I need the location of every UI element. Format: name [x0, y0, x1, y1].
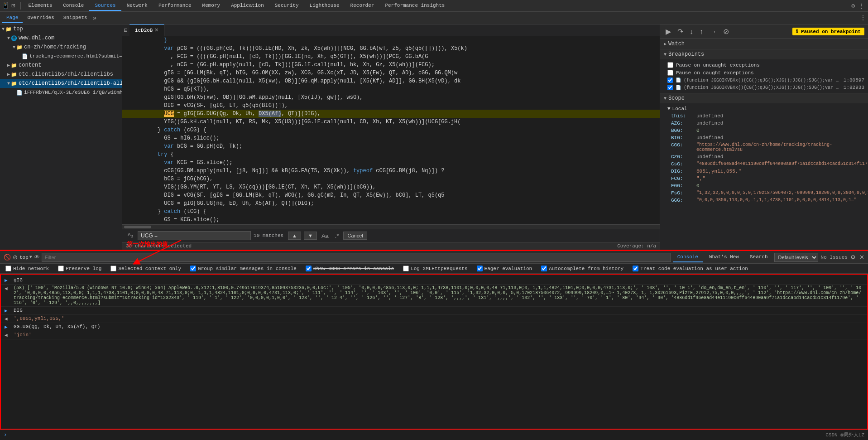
editor-tabs: ⊟ 1cD2oB × [122, 24, 660, 36]
code-editor-panel: ⊟ 1cD2oB × } var pCG = (((GG.pH(cD, Tk))… [122, 24, 660, 250]
device-icon[interactable]: 📱 [2, 2, 10, 10]
step-into-btn[interactable]: ↓ [688, 27, 695, 37]
cancel-search-btn[interactable]: Cancel [343, 232, 367, 240]
breakpoints-section: ▼ Breakpoints Pause on uncaught exceptio… [660, 49, 868, 93]
more-icon[interactable]: ⋮ [857, 0, 866, 11]
folder-icon: 📁 [16, 44, 23, 50]
scrollbar-thumb[interactable] [124, 226, 151, 228]
coverage-bar: 30 characters selected Coverage: n/a [122, 242, 660, 250]
tab-network[interactable]: Network [121, 1, 153, 11]
scope-csg: CsG: "4886dd1f96e8ad44e11190c0ff644e90aa… [660, 160, 868, 168]
bp-cb-2[interactable] [667, 85, 673, 90]
code-line-highlighted: UCG = gIG[GG.DUG(Qg, Dk, Uh, DX5(Af), QT… [122, 110, 660, 118]
info-icon: ℹ [796, 29, 798, 34]
code-line: DIG = vCG(SF, [gIG, LT, q5(q5(BIG))]), [122, 102, 660, 110]
search-label: AB [126, 231, 135, 240]
code-area[interactable]: } var pCG = (((GG.pH(cD, Tk))[GG.lE(HD, … [122, 36, 660, 224]
local-scope-header[interactable]: ▼ Local [660, 105, 868, 112]
tab-lighthouse[interactable]: Lighthouse [304, 1, 345, 11]
subtab-snippets[interactable]: Snippets [59, 13, 92, 23]
breakpoint-item-1[interactable]: 📄 (function JGGOIKVBXx(){CG();qJG();XJG(… [660, 77, 868, 84]
tree-arrow-leaf: ▶ [13, 90, 15, 95]
scope-ggg: GGG: "0,0,0,4856,113,0,0,-1,1,1,4738,110… [660, 197, 868, 204]
tab-memory[interactable]: Memory [197, 1, 226, 11]
tree-arrow: ▶ [7, 63, 10, 68]
tree-item-clientlibs[interactable]: ▶ 📁 etc.clientlibs/dhl/clientlibs [0, 70, 122, 79]
more-options-icon[interactable]: ⋮ [860, 14, 866, 22]
code-line: gCG && (gIG[GG.bH.call(null, X5(xw), OB)… [122, 77, 660, 85]
bp-cb-1[interactable] [667, 77, 673, 83]
search-input[interactable] [138, 231, 251, 240]
deactivate-btn[interactable]: ⊘ [721, 26, 731, 37]
debugger-panel: ▶ ↷ ↓ ↑ → ⊘ ℹ Paused on breakpoint ▶ Wat… [660, 24, 868, 250]
editor-nav-icon[interactable]: ⊟ [122, 25, 129, 36]
code-line: UCG = gIG[GG.UG(nq, ED, Uh, X5(Af), QT)]… [122, 199, 660, 208]
code-line: } [122, 36, 660, 44]
step-out-btn[interactable]: ↑ [698, 27, 705, 37]
bp-file-icon-1: 📄 [676, 77, 681, 83]
scope-czg: CZG: undefined [660, 153, 868, 160]
pause-uncaught-option[interactable]: Pause on uncaught exceptions [660, 61, 868, 69]
tab-performance-insights[interactable]: Performance insights [379, 1, 450, 11]
code-line: , FCG = ((((GG.pH(null, [cD, Tk]))[GG.lE… [122, 53, 660, 61]
case-sensitive-btn[interactable]: Aa [320, 232, 331, 240]
select-icon[interactable]: ⊡ [11, 2, 15, 10]
tab-application[interactable]: Application [225, 1, 269, 11]
watch-header[interactable]: ▶ Watch [660, 39, 868, 49]
folder-icon: 📁 [11, 81, 17, 87]
pause-uncaught-cb[interactable] [667, 62, 673, 68]
scope-header[interactable]: ▼ Scope [660, 93, 868, 103]
resume-btn[interactable]: ▶ [664, 26, 673, 37]
regex-btn[interactable]: .* [333, 232, 341, 240]
bp-line-1: 1:80597 [842, 77, 864, 83]
selection-info: 30 characters selected [126, 243, 192, 249]
tree-item-jsfile[interactable]: ▶ 📄 iFFFRbYNL/qJX-3L/e3UE6_i/QB/wiOmhNcD… [0, 88, 122, 97]
tree-item-content[interactable]: ▶ 📁 content [0, 61, 122, 70]
subtab-overrides[interactable]: Overrides [23, 13, 58, 23]
bp-file-icon-2: 📄 [676, 85, 681, 90]
tab-sources[interactable]: Sources [89, 1, 121, 11]
breakpoint-item-2[interactable]: 📄 (function JGGOIKVBXx(){CG();qJG();XJG(… [660, 84, 868, 91]
pause-caught-option[interactable]: Pause on caught exceptions [660, 69, 868, 77]
tree-item-top[interactable]: ▼ 📁 top [0, 24, 122, 34]
scope-content: ▼ Local this: undefined AZG: undefined B… [660, 103, 868, 206]
code-line: YIG((GG.kH.call(null, KT, RS, Mk, X5(U3)… [122, 118, 660, 126]
tree-arrow: ▼ [7, 81, 10, 86]
tab-recorder[interactable]: Recorder [345, 1, 380, 11]
tab-close-btn[interactable]: × [154, 27, 158, 34]
folder-icon: 📁 [11, 63, 17, 68]
code-lines: } var pCG = (((GG.pH(cD, Tk))[GG.lE(HD, … [122, 36, 660, 224]
more-subtabs-icon[interactable]: » [93, 15, 96, 22]
code-line: , nCG = (GG.pH.apply(null, [cD, Tk]))[GG… [122, 61, 660, 69]
scope-cgg: CGG: "https://www.dhl.com/cn-zh/home/tra… [660, 141, 868, 153]
next-match-btn[interactable]: ▼ [304, 232, 317, 240]
tree-item-clientlib-all[interactable]: ▼ 📁 etc/clientlibs/dhl/clientlib-all [0, 79, 122, 88]
code-line: bCG = jCG(bCG), [122, 175, 660, 183]
tree-arrow: ▼ [13, 45, 15, 50]
code-line: } catch (tCG) { [122, 208, 660, 216]
breakpoints-content: Pause on uncaught exceptions Pause on ca… [660, 59, 868, 93]
step-btn[interactable]: → [708, 27, 719, 37]
debugger-header: ▶ ↷ ↓ ↑ → ⊘ ℹ Paused on breakpoint [660, 24, 868, 39]
tree-arrow: ▼ [7, 36, 10, 41]
settings-icon[interactable]: ⚙ [849, 0, 857, 11]
step-over-btn[interactable]: ↷ [676, 26, 685, 37]
tab-performance[interactable]: Performance [153, 1, 197, 11]
pause-caught-cb[interactable] [667, 70, 673, 76]
search-count: 10 matches [254, 233, 285, 238]
subtab-page[interactable]: Page [2, 13, 23, 23]
code-line: gIG = [GG.LM(Bk, qT), bIG, GG.OM(XX, zw)… [122, 69, 660, 77]
tab-elements[interactable]: Elements [23, 1, 58, 11]
tree-item-dhl[interactable]: ▼ 🌐 www.dhl.com [0, 34, 122, 43]
scope-bgg: BGG: 0 [660, 127, 868, 134]
tree-item-tracking[interactable]: ▼ 📁 cn-zh/home/tracking [0, 43, 122, 52]
file-tree-panel: ▼ 📁 top ▼ 🌐 www.dhl.com ▼ 📁 cn-zh/home/t… [0, 24, 122, 250]
main-toolbar: 📱 ⊡ Elements Console Sources Network Per… [0, 0, 868, 12]
tree-item-html[interactable]: ▶ 📄 tracking-ecommerce.html?submit=1&tra… [0, 52, 122, 61]
tab-security[interactable]: Security [269, 1, 304, 11]
editor-tab-active[interactable]: 1cD2oB × [129, 24, 164, 36]
horizontal-scrollbar[interactable] [122, 224, 660, 229]
tab-console[interactable]: Console [58, 1, 89, 11]
breakpoints-header[interactable]: ▼ Breakpoints [660, 49, 868, 59]
prev-match-btn[interactable]: ▲ [288, 232, 301, 240]
